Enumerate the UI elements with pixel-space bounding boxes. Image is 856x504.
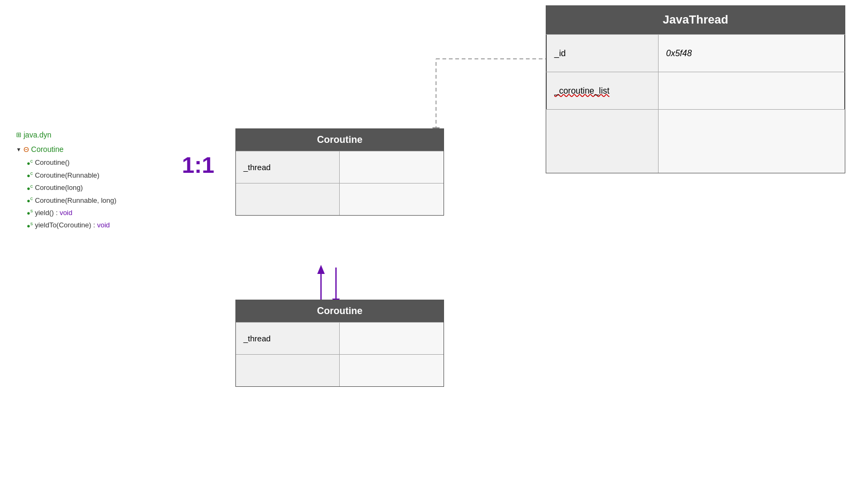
coroutine-uml-top: Coroutine _thread bbox=[235, 128, 444, 216]
java-thread-id-value: 0x5f48 bbox=[659, 35, 845, 72]
coroutine-top-row2-right bbox=[340, 184, 444, 215]
list-item: ●c Coroutine(Runnable, long) bbox=[27, 194, 117, 207]
coroutine-box-top: Coroutine _thread bbox=[235, 128, 444, 216]
coroutine-top-thread-value bbox=[340, 151, 444, 183]
coroutine-uml-bottom: Coroutine _thread bbox=[235, 300, 444, 387]
java-thread-id-label: _id bbox=[546, 35, 659, 72]
coroutine-top-row2-left bbox=[236, 184, 340, 215]
coroutine-box-bottom: Coroutine _thread bbox=[235, 300, 444, 387]
svg-marker-5 bbox=[317, 265, 325, 274]
dot-icon: ●c bbox=[27, 194, 33, 206]
java-thread-row-coroutine-list: _coroutine_list bbox=[546, 72, 845, 109]
triangle-icon: ▼ bbox=[16, 145, 21, 155]
coroutine-list-text: _coroutine_list bbox=[554, 86, 609, 96]
java-thread-coroutine-list-value bbox=[659, 72, 845, 109]
coroutine-top-thread-label: _thread bbox=[236, 151, 340, 183]
java-dyn-label: java.dyn bbox=[24, 128, 51, 142]
list-item: ●c Coroutine(long) bbox=[27, 181, 117, 194]
plus-icon: ⊞ bbox=[16, 129, 21, 141]
coroutine-bottom-header: Coroutine bbox=[236, 300, 444, 322]
dot-s-icon: ●s bbox=[27, 207, 33, 218]
java-thread-row-empty bbox=[546, 109, 845, 173]
coroutine-parent-label: Coroutine bbox=[31, 143, 64, 156]
java-thread-box: JavaThread _id 0x5f48 _coroutine_list bbox=[546, 5, 845, 173]
dot-icon: ●c bbox=[27, 157, 33, 169]
circle-theta-icon: Θ bbox=[24, 143, 29, 156]
java-thread-coroutine-list-label: _coroutine_list bbox=[546, 72, 659, 109]
coroutine-bottom-row2 bbox=[236, 354, 444, 386]
coroutine-top-row1: _thread bbox=[236, 151, 444, 183]
coroutine-bottom-thread-label: _thread bbox=[236, 323, 340, 354]
dot-icon: ●c bbox=[27, 182, 33, 194]
coroutine-bottom-row2-right bbox=[340, 355, 444, 386]
coroutine-children: ●c Coroutine() ●c Coroutine(Runnable) ●c… bbox=[27, 156, 117, 231]
list-item: ●c Coroutine(Runnable) bbox=[27, 169, 117, 181]
coroutine-top-row2 bbox=[236, 183, 444, 215]
ratio-label: 1:1 bbox=[182, 152, 215, 178]
list-item: ●s yield() : void bbox=[27, 207, 117, 219]
list-item: ●s yieldTo(Coroutine) : void bbox=[27, 219, 117, 231]
coroutine-top-header: Coroutine bbox=[236, 129, 444, 151]
coroutine-parent-item: ▼ Θ Coroutine bbox=[16, 143, 117, 156]
dashed-arrow bbox=[332, 54, 567, 139]
coroutine-bottom-thread-value bbox=[340, 323, 444, 354]
coroutine-bottom-row1: _thread bbox=[236, 322, 444, 354]
coroutine-bottom-row2-left bbox=[236, 355, 340, 386]
list-item: ●c Coroutine() bbox=[27, 156, 117, 169]
java-dyn-item: ⊞ java.dyn bbox=[16, 128, 117, 142]
class-tree: ⊞ java.dyn ▼ Θ Coroutine ●c Coroutine() … bbox=[16, 128, 117, 232]
empty-right bbox=[659, 110, 845, 173]
java-thread-header: JavaThread bbox=[546, 5, 845, 34]
java-thread-row-id: _id 0x5f48 bbox=[546, 34, 845, 72]
dot-s-icon: ●s bbox=[27, 219, 33, 231]
java-thread-title: JavaThread bbox=[663, 13, 728, 26]
empty-left bbox=[546, 110, 659, 173]
dot-icon: ●c bbox=[27, 169, 33, 181]
